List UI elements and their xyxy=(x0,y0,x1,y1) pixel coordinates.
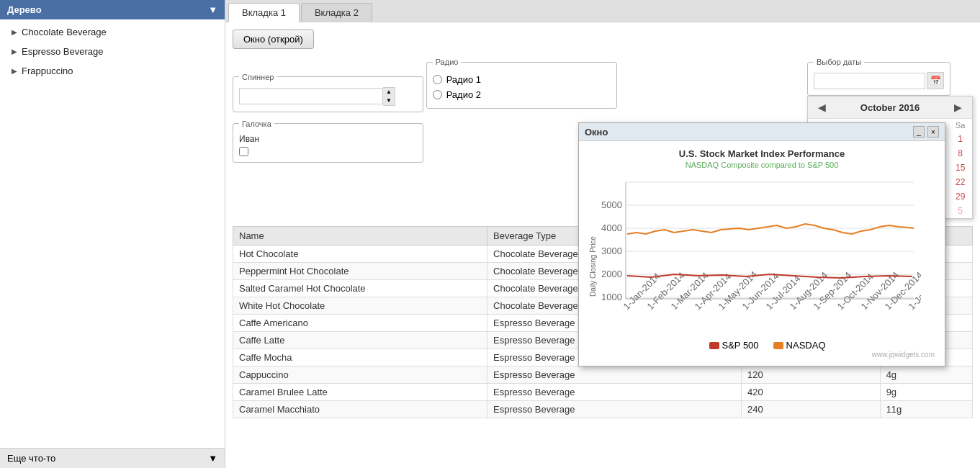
table-cell-name: Caramel Brulee Latte xyxy=(233,384,487,401)
chart-area: Daily Closing Price xyxy=(586,175,938,359)
table-cell-name: Peppermint Hot Chocolate xyxy=(233,263,487,280)
cal-day-cell[interactable]: 29 xyxy=(948,189,972,204)
tab-1[interactable]: Вкладка 1 xyxy=(228,3,300,22)
cal-day-cell[interactable]: 22 xyxy=(948,175,972,189)
radio-1-input[interactable] xyxy=(433,75,442,84)
table-cell-fat: 9g xyxy=(880,384,972,401)
date-input-row: 05/10/2016 📅 xyxy=(814,72,944,89)
tabs-bar: Вкладка 1 Вкладка 2 xyxy=(225,0,980,22)
radio-2-label: Радио 2 xyxy=(446,89,481,100)
tree-arrow-icon: ▶ xyxy=(12,48,17,55)
date-input[interactable]: 05/10/2016 xyxy=(814,73,925,89)
table-cell-name: Caffe Mocha xyxy=(233,349,487,366)
cal-day-cell[interactable]: 8 xyxy=(948,146,972,161)
table-header-name: Name xyxy=(233,227,487,246)
checkbox-input[interactable] xyxy=(239,147,248,156)
table-row[interactable]: Caramel Brulee LatteEspresso Beverage420… xyxy=(233,384,973,401)
table-cell-name: Caramel Macchiato xyxy=(233,401,487,418)
table-cell-fat: 11g xyxy=(880,401,972,418)
legend-nasdaq: NASDAQ xyxy=(773,340,826,351)
svg-text:1000: 1000 xyxy=(601,292,622,302)
sidebar-footer-text: Еще что-то xyxy=(7,453,55,464)
date-calendar-button[interactable]: 📅 xyxy=(927,72,944,89)
svg-text:3000: 3000 xyxy=(601,246,622,256)
spinner-down-button[interactable]: ▼ xyxy=(383,96,395,105)
table-cell-name: Hot Chocolate xyxy=(233,246,487,263)
legend-sp500-label: S&P 500 xyxy=(722,340,759,351)
tree-arrow-icon: ▶ xyxy=(12,67,17,75)
cal-day-header: Sa xyxy=(948,119,972,132)
radio-legend: Радио xyxy=(433,58,462,66)
legend-nasdaq-label: NASDAQ xyxy=(786,340,826,351)
sidebar: Дерево ▼ ▶ Chocolate Beverage ▶ Espresso… xyxy=(0,0,225,468)
svg-text:5000: 5000 xyxy=(601,199,622,210)
date-picker-legend: Выбор даты xyxy=(814,58,864,66)
radio-1-label: Радио 1 xyxy=(446,74,481,85)
table-cell-cal: 420 xyxy=(742,384,881,401)
tree-item-label: Espresso Beverage xyxy=(22,46,103,57)
chart-title: U.S. Stock Market Index Performance xyxy=(586,148,938,159)
calendar-prev-button[interactable]: ◀ xyxy=(814,100,830,114)
table-cell-cal: 120 xyxy=(742,366,881,384)
cal-day-cell[interactable]: 5 xyxy=(948,204,972,218)
table-cell-name: Caffe Latte xyxy=(233,332,487,349)
legend-nasdaq-color xyxy=(773,342,783,349)
float-window-body: U.S. Stock Market Index Performance NASD… xyxy=(579,141,945,366)
calendar-month-year: October 2016 xyxy=(860,102,920,113)
table-row[interactable]: CappuccinoEspresso Beverage1204g xyxy=(233,366,973,384)
chart-container: U.S. Stock Market Index Performance NASD… xyxy=(586,148,938,359)
radio-2-input[interactable] xyxy=(433,90,442,99)
legend-sp500: S&P 500 xyxy=(709,340,759,351)
sidebar-footer: Еще что-то ▼ xyxy=(0,448,225,468)
tree-item-label: Frappuccino xyxy=(22,66,73,76)
float-window: Окно _ × U.S. Stock Market Index Perform… xyxy=(578,122,945,366)
open-window-button[interactable]: Окно (открой) xyxy=(233,30,314,49)
chart-svg: 1000 2000 3000 4000 5000 1-Jan-2014 1-Fe… xyxy=(597,175,921,333)
table-cell-type: Espresso Beverage xyxy=(487,401,742,418)
table-cell-cal: 240 xyxy=(742,401,881,418)
svg-text:4000: 4000 xyxy=(601,222,622,233)
svg-text:2000: 2000 xyxy=(601,269,622,279)
spinner-buttons: ▲ ▼ xyxy=(383,87,395,106)
sidebar-collapse-icon[interactable]: ▼ xyxy=(208,4,217,15)
calendar-header: ◀ October 2016 ▶ xyxy=(808,96,972,119)
float-window-close-button[interactable]: × xyxy=(927,126,939,138)
radio-item-1: Радио 1 xyxy=(433,72,611,87)
table-cell-name: Cappuccino xyxy=(233,366,487,384)
legend-sp500-color xyxy=(709,342,719,349)
tree-item-frappuccino[interactable]: ▶ Frappuccino xyxy=(0,61,225,81)
spinner-legend: Спиннер xyxy=(239,73,277,81)
cal-day-cell[interactable]: 15 xyxy=(948,161,972,175)
tab-2[interactable]: Вкладка 2 xyxy=(301,3,372,22)
main-content: Вкладка 1 Вкладка 2 Окно (открой) Спинне… xyxy=(225,0,980,468)
checkbox-item xyxy=(239,147,417,156)
float-window-minimize-button[interactable]: _ xyxy=(913,126,925,138)
calendar-next-button[interactable]: ▶ xyxy=(950,100,966,114)
table-cell-fat: 4g xyxy=(880,366,972,384)
checkbox-label: Иван xyxy=(239,134,417,144)
chart-svg-wrap: 1000 2000 3000 4000 5000 1-Jan-2014 1-Fe… xyxy=(597,175,938,359)
sidebar-header: Дерево ▼ xyxy=(0,0,225,19)
spinner-up-button[interactable]: ▲ xyxy=(383,88,395,96)
table-cell-type: Espresso Beverage xyxy=(487,366,742,384)
checkbox-legend: Галочка xyxy=(239,120,274,128)
sidebar-footer-arrow-icon: ▼ xyxy=(208,453,217,464)
chart-subtitle: NASDAQ Composite compared to S&P 500 xyxy=(586,161,938,169)
chart-watermark: www.jqwidgets.com xyxy=(597,351,938,359)
float-window-header: Окно _ × xyxy=(579,123,945,141)
tree-item-chocolate[interactable]: ▶ Chocolate Beverage xyxy=(0,22,225,42)
table-cell-name: White Hot Chocolate xyxy=(233,297,487,315)
tree-item-espresso[interactable]: ▶ Espresso Beverage xyxy=(0,42,225,61)
sidebar-tree: ▶ Chocolate Beverage ▶ Espresso Beverage… xyxy=(0,19,225,448)
sidebar-title: Дерево xyxy=(7,4,42,15)
chart-y-label: Daily Closing Price xyxy=(586,175,597,359)
spinner-input[interactable]: __,___,0.00 xyxy=(239,88,383,104)
float-window-title: Окно xyxy=(585,127,608,138)
cal-day-cell[interactable]: 1 xyxy=(948,132,972,146)
float-window-controls: _ × xyxy=(913,126,939,138)
table-cell-name: Salted Caramel Hot Chocolate xyxy=(233,280,487,297)
table-row[interactable]: Caramel MacchiatoEspresso Beverage24011g xyxy=(233,401,973,418)
table-cell-type: Espresso Beverage xyxy=(487,384,742,401)
radio-item-2: Радио 2 xyxy=(433,87,611,102)
chart-legend: S&P 500 NASDAQ xyxy=(597,340,938,351)
